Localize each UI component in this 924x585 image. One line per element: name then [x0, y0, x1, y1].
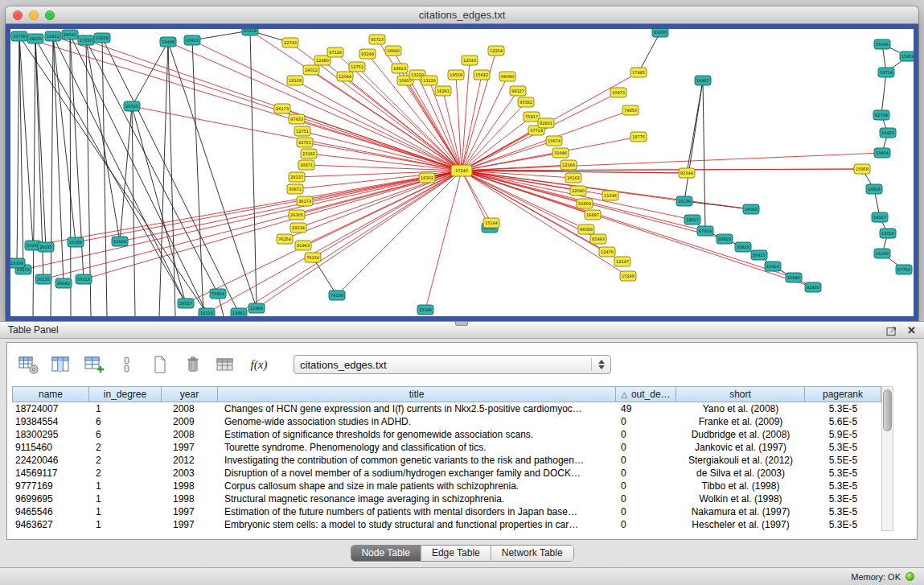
table-cell[interactable]: 0: [616, 441, 676, 454]
table-cell[interactable]: 6: [89, 428, 162, 441]
network-node[interactable]: 97128: [327, 47, 343, 57]
network-node[interactable]: 98127: [510, 86, 526, 96]
table-cell[interactable]: 5.3E-5: [805, 402, 881, 415]
network-node[interactable]: 16012: [303, 65, 319, 75]
table-cell[interactable]: Jankovic et al. (1997): [676, 441, 805, 454]
show-columns-icon[interactable]: [50, 353, 72, 376]
network-node[interactable]: 19613: [392, 64, 408, 73]
network-node[interactable]: 67752: [896, 265, 912, 274]
table-cell[interactable]: 0: [616, 428, 676, 441]
table-cell[interactable]: Dudbridge et al. (2008): [676, 428, 805, 441]
float-panel-icon[interactable]: [886, 325, 897, 336]
network-node[interactable]: 12147: [614, 257, 630, 266]
network-node[interactable]: 17485: [630, 68, 647, 77]
network-node[interactable]: 50135: [35, 274, 51, 284]
table-row[interactable]: 946554611997Estimation of the future num…: [12, 505, 881, 518]
delete-icon[interactable]: [182, 353, 204, 376]
network-node[interactable]: 15346: [417, 305, 433, 315]
network-node[interactable]: 13226: [421, 76, 437, 85]
column-header-name[interactable]: name: [12, 386, 89, 402]
network-node[interactable]: 70854: [210, 289, 226, 299]
network-node[interactable]: 10674: [546, 136, 562, 146]
network-node[interactable]: 26527: [178, 299, 194, 308]
network-node[interactable]: 22743: [282, 38, 298, 47]
network-node[interactable]: 18108: [287, 76, 303, 85]
network-node[interactable]: 16425: [880, 128, 896, 138]
table-cell[interactable]: 5.3E-5: [805, 492, 881, 505]
table-cell[interactable]: 22420046: [12, 454, 89, 467]
network-node[interactable]: 76134: [305, 253, 321, 262]
table-cell[interactable]: Tibbo et al. (1998): [676, 480, 805, 492]
network-node[interactable]: 15954: [900, 51, 914, 61]
table-cell[interactable]: 1: [89, 480, 162, 492]
memory-status-indicator[interactable]: [906, 572, 914, 581]
network-node[interactable]: 16136: [676, 196, 692, 206]
network-node[interactable]: 16816: [866, 184, 882, 194]
network-node[interactable]: 12044: [337, 72, 353, 81]
network-node[interactable]: 18775: [630, 132, 647, 142]
import-table-icon[interactable]: [215, 353, 237, 376]
network-node[interactable]: 22040: [570, 186, 586, 196]
network-node[interactable]: 19025: [27, 34, 43, 43]
network-node[interactable]: 15248: [620, 271, 636, 281]
network-node[interactable]: 59513: [76, 274, 92, 284]
network-node[interactable]: 86089: [578, 225, 594, 234]
column-header-short[interactable]: short: [676, 386, 805, 402]
table-cell[interactable]: 0: [616, 454, 676, 467]
network-node[interactable]: 10413: [184, 35, 200, 45]
network-node[interactable]: 74850: [622, 105, 639, 115]
table-cell[interactable]: 2: [89, 441, 162, 454]
table-cell[interactable]: 1997: [162, 518, 218, 531]
table-cell[interactable]: 1998: [162, 480, 218, 492]
table-cell[interactable]: Estimation of significance thresholds fo…: [218, 428, 616, 441]
table-cell[interactable]: 2: [89, 454, 162, 467]
network-node[interactable]: 12166: [561, 160, 577, 170]
table-cell[interactable]: Genome-wide association studies in ADHD.: [218, 415, 616, 428]
table-cell[interactable]: 6: [89, 415, 162, 428]
column-header-title[interactable]: title: [218, 386, 616, 402]
table-cell[interactable]: 5.3E-5: [805, 505, 881, 518]
table-cell[interactable]: Stergiakouli et al. (2012): [676, 454, 805, 467]
table-cell[interactable]: Changes of HCN gene expression and I(f) …: [218, 402, 616, 415]
network-node[interactable]: 12751: [349, 62, 365, 72]
table-row[interactable]: 911546021997Tourette syndrome. Phenomeno…: [12, 441, 881, 454]
table-cell[interactable]: 9463627: [12, 518, 89, 531]
network-node[interactable]: 21030: [874, 249, 890, 258]
network-node[interactable]: 42751: [297, 138, 313, 147]
table-cell[interactable]: 0: [616, 480, 676, 492]
network-node[interactable]: 19558: [448, 70, 464, 80]
network-node[interactable]: 83108: [242, 29, 258, 35]
tab-edge-table[interactable]: Edge Table: [421, 546, 491, 561]
table-cell[interactable]: 0: [616, 467, 676, 480]
column-header-in_degree[interactable]: in_degree: [89, 386, 162, 402]
network-node[interactable]: 11546: [602, 191, 618, 200]
table-cell[interactable]: 14569117: [12, 467, 89, 480]
select-rows-icon[interactable]: [116, 353, 138, 376]
table-cell[interactable]: 0: [616, 505, 676, 518]
network-node[interactable]: 12254: [488, 46, 504, 56]
table-cell[interactable]: Franke et al. (2009): [676, 415, 805, 428]
network-node[interactable]: 23182: [301, 149, 317, 159]
network-node[interactable]: 97433: [289, 114, 305, 124]
network-node[interactable]: 10412: [45, 31, 61, 41]
network-node[interactable]: 15642: [474, 70, 490, 80]
table-cell[interactable]: Nakamura et al. (1997): [676, 505, 805, 518]
table-cell[interactable]: Embryonic stem cells: a model to study s…: [218, 518, 616, 531]
network-node[interactable]: 91963: [295, 241, 311, 250]
table-cell[interactable]: 1997: [162, 441, 218, 454]
close-panel-icon[interactable]: ✕: [907, 325, 916, 336]
table-source-dropdown[interactable]: citations_edges.txt: [294, 355, 611, 374]
network-node[interactable]: 19448: [160, 37, 176, 47]
vertical-scrollbar[interactable]: [881, 386, 893, 531]
network-node[interactable]: 16738: [11, 31, 27, 41]
network-node[interactable]: 16261: [435, 86, 451, 96]
network-node[interactable]: 92450: [805, 282, 821, 292]
network-node[interactable]: 17250: [78, 35, 94, 45]
table-row[interactable]: 1938455462009Genome-wide association stu…: [12, 415, 881, 428]
table-cell[interactable]: 1997: [162, 505, 218, 518]
network-node[interactable]: 16162: [565, 173, 581, 183]
table-cell[interactable]: 18724007: [12, 402, 89, 415]
table-cell[interactable]: 0: [616, 492, 676, 505]
table-cell[interactable]: Investigating the contribution of common…: [218, 454, 616, 467]
network-node[interactable]: 15189: [68, 237, 84, 247]
